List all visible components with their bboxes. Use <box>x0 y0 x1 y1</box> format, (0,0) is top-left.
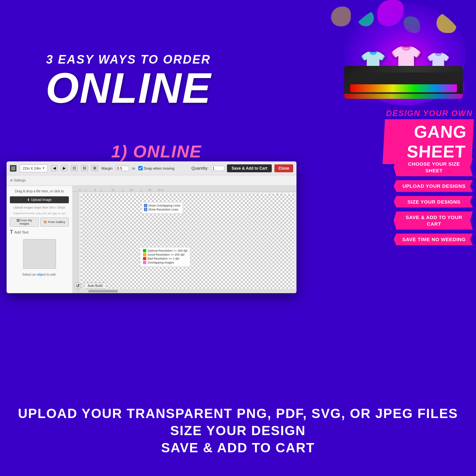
step-save-add-cart: SAVE & ADD TO YOUR CART <box>394 211 473 230</box>
action-button-3[interactable]: ⊞ <box>91 165 98 171</box>
main-page: 3 EASY WAYS TO ORDER ONLINE 1) ONLINE 👕 … <box>0 0 476 476</box>
image-icon: 🖼 <box>16 219 19 222</box>
margin-unit: in <box>132 166 135 170</box>
legend-bad: Bad Resolution >= 1 dpi <box>143 257 187 260</box>
ruler-left <box>72 192 78 293</box>
legend-optimal: Optimal Resolution >= 300 dpi <box>143 249 187 252</box>
add-text-button[interactable]: T Add Text <box>10 229 69 235</box>
legend-overlay: Optimal Resolution >= 300 dpi Good Resol… <box>140 247 190 267</box>
supported-formats: Supported formats: png, psd, pdf, jpg, a… <box>10 212 69 215</box>
resolution-lines-checkbox-row: ✓ Show Resolution Lines <box>144 208 181 211</box>
mockup-canvas-area: ✓ Show Overlapping Lines ✓ Show Resoluti… <box>72 186 296 293</box>
optimal-label: Optimal Resolution >= 300 dpi <box>148 249 187 252</box>
dropdown-chevron-icon: ▼ <box>42 167 45 170</box>
good-label: Good Resolution >= 250 dpi <box>148 253 184 256</box>
mockup-toolbar-secondary: ⚙ Settings <box>7 175 296 186</box>
bottom-line-2: SIZE YOUR DESIGN <box>0 422 476 439</box>
app-icon <box>10 165 16 172</box>
gang-sheet-label: GANG SHEET <box>382 119 474 164</box>
header-title: ONLINE <box>20 67 237 109</box>
undo-button[interactable]: ◀ <box>51 165 58 171</box>
bottom-controls: ↺ Auto Build <box>74 282 106 289</box>
design-canvas[interactable] <box>81 194 295 292</box>
refresh-button[interactable]: ↺ <box>74 282 81 289</box>
mockup-toolbar-main: 22in X 24in ▼ ◀ ▶ ⊡ ⊟ ⊞ Margin in Snap w… <box>7 161 296 175</box>
scrollbar-thumb[interactable] <box>88 290 118 293</box>
snap-checkbox[interactable] <box>138 166 143 170</box>
optimal-color-dot <box>143 249 146 252</box>
from-my-images-button[interactable]: 🖼 From My Images <box>10 217 39 227</box>
object-link[interactable]: object <box>37 273 46 276</box>
step-upload-designs: UPLOAD YOUR DESIGNS <box>394 180 473 192</box>
settings-link[interactable]: ⚙ Settings <box>10 179 26 182</box>
horizontal-scrollbar[interactable] <box>78 289 296 293</box>
auto-build-button[interactable]: Auto Build <box>84 283 106 289</box>
step-choose-size: CHOOSE YOUR SIZE SHEET <box>394 158 473 176</box>
overlap-label: Overlapping images <box>148 261 174 264</box>
overlapping-lines-label: Show Overlapping Lines <box>148 204 181 207</box>
upload-size-warning: Upload images larger than 300 x 300px <box>10 206 69 209</box>
good-color-dot <box>143 253 146 256</box>
resolution-lines-checkbox[interactable]: ✓ <box>144 208 147 211</box>
gallery-buttons-row: 🖼 From My Images 🎨 From Gallery <box>10 217 69 227</box>
checkboxes-overlay: ✓ Show Overlapping Lines ✓ Show Resoluti… <box>142 202 183 213</box>
snap-label: Snap when moving <box>144 166 175 170</box>
ruler-top: 9 | 5 | 10 | 15 | 20 22 in <box>72 186 296 192</box>
overlapping-lines-checkbox[interactable]: ✓ <box>144 204 147 207</box>
mockup-left-panel: Drag & drop a file here, or click to ⬆ U… <box>7 186 72 293</box>
overlap-color-dot <box>143 261 146 264</box>
from-gallery-button[interactable]: 🎨 From Gallery <box>40 217 69 227</box>
object-thumbnail <box>23 239 56 269</box>
right-sidebar-steps: CHOOSE YOUR SIZE SHEET UPLOAD YOUR DESIG… <box>394 158 473 245</box>
action-button-1[interactable]: ⊡ <box>71 165 78 171</box>
legend-good: Good Resolution >= 250 dpi <box>143 253 187 256</box>
bottom-line-3: SAVE & ADD TO CART <box>0 439 476 456</box>
quantity-input[interactable] <box>211 166 224 171</box>
save-add-to-cart-button[interactable]: Save & Add to Cart <box>227 164 272 172</box>
header-section: 3 EASY WAYS TO ORDER ONLINE <box>20 53 237 109</box>
quantity-label: Quantity: <box>191 166 209 171</box>
step-size-designs: SIZE YOUR DESIGNS <box>394 196 473 208</box>
gang-sheet-section: DESIGN YOUR OWN GANG SHEET <box>384 109 473 164</box>
size-select-dropdown[interactable]: 22in X 24in ▼ <box>20 164 48 172</box>
bad-label: Bad Resolution >= 1 dpi <box>148 257 179 260</box>
gallery-icon: 🎨 <box>43 220 47 224</box>
text-icon: T <box>10 229 13 235</box>
drag-drop-text: Drag & drop a file here, or click to <box>10 189 69 194</box>
logo-area: 👕 👕 👕 PRINTS4PRESSIN.STORE <box>344 3 469 109</box>
step-save-time: SAVE TIME NO WEEDING <box>394 234 473 245</box>
design-your-own-label: DESIGN YOUR OWN <box>384 109 473 118</box>
snap-checkbox-label[interactable]: Snap when moving <box>138 166 175 170</box>
section-label: 1) ONLINE <box>20 142 293 161</box>
bad-color-dot <box>143 257 146 260</box>
quantity-area: Quantity: Save & Add to Cart Close <box>191 164 293 172</box>
action-button-2[interactable]: ⊟ <box>81 165 88 171</box>
upload-icon: ⬆ <box>27 198 30 202</box>
upload-button-label: Upload Image <box>31 198 51 202</box>
upload-image-button[interactable]: ⬆ Upload Image <box>10 196 69 203</box>
bottom-text-section: UPLOAD YOUR TRANSPARENT PNG, PDF, SVG, O… <box>0 405 476 456</box>
size-select-value: 22in X 24in <box>23 166 41 170</box>
margin-label: Margin <box>101 166 113 170</box>
margin-input[interactable] <box>116 166 129 171</box>
bottom-line-1: UPLOAD YOUR TRANSPARENT PNG, PDF, SVG, O… <box>0 405 476 422</box>
select-object-text: Select an object to edit. <box>10 273 69 276</box>
redo-button[interactable]: ▶ <box>61 165 68 171</box>
overlapping-lines-checkbox-row: ✓ Show Overlapping Lines <box>144 204 181 207</box>
close-button[interactable]: Close <box>274 164 293 172</box>
resolution-lines-label: Show Resolution Lines <box>148 208 179 211</box>
legend-overlapping: Overlapping images <box>143 261 187 264</box>
mockup-body: Drag & drop a file here, or click to ⬆ U… <box>7 186 296 293</box>
ui-mockup: 22in X 24in ▼ ◀ ▶ ⊡ ⊟ ⊞ Margin in Snap w… <box>7 161 296 293</box>
